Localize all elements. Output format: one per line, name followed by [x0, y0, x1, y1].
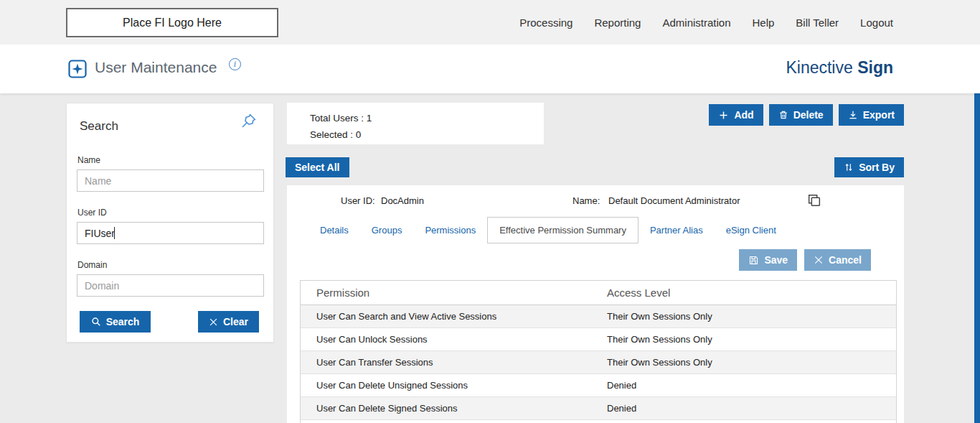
column-header-permission: Permission	[301, 287, 607, 299]
table-row[interactable]: User Can Unlock Sessions Their Own Sessi…	[301, 328, 896, 351]
cancel-button[interactable]: Cancel	[804, 249, 871, 271]
search-icon	[91, 317, 101, 327]
clear-button[interactable]: Clear	[198, 311, 259, 333]
brand-second: Sign	[857, 58, 893, 77]
summary-box: Total Users : 1 Selected : 0	[287, 103, 544, 144]
tab-partner-alias[interactable]: Partner Alias	[639, 218, 715, 243]
table-row[interactable]: User Can Delete Unsigned Sessions Denied	[301, 374, 896, 397]
permission-cell: User Can Transfer Sessions	[301, 357, 607, 368]
user-detail-tabs: Details Groups Permissions Effective Per…	[308, 217, 788, 243]
permission-cell: User Can Delete Unsigned Sessions	[301, 380, 607, 391]
top-bar: Place FI Logo Here Processing Reporting …	[0, 0, 980, 45]
page-header: User Maintenance i Kinective Sign	[0, 45, 980, 93]
search-panel: Search Name User ID Domain Sea	[66, 103, 274, 343]
user-id-value: DocAdmin	[381, 195, 424, 206]
domain-input[interactable]	[77, 274, 264, 297]
user-id-field-label: User ID	[77, 208, 107, 218]
tab-esign-client[interactable]: eSign Client	[715, 218, 788, 243]
permission-cell: User Can Delete Signed Sessions	[301, 403, 607, 414]
access-level-cell: Denied	[607, 403, 896, 414]
table-row-partial	[301, 420, 896, 423]
top-navigation: Processing Reporting Administration Help…	[519, 0, 893, 45]
user-detail-panel: User ID: DocAdmin Name: Default Document…	[287, 185, 904, 423]
user-name-value: Default Document Administrator	[608, 195, 740, 206]
access-level-cell: Denied	[607, 380, 896, 391]
toolbar-actions: Add Delete Export	[709, 104, 904, 126]
delete-button[interactable]: Delete	[769, 104, 833, 126]
copy-icon[interactable]	[806, 192, 822, 211]
select-all-button[interactable]: Select All	[286, 157, 349, 177]
main-area: Search Name User ID Domain Sea	[0, 93, 980, 423]
search-button[interactable]: Search	[80, 311, 151, 333]
export-button[interactable]: Export	[839, 104, 904, 126]
tab-permissions[interactable]: Permissions	[413, 218, 487, 243]
add-button[interactable]: Add	[709, 104, 763, 126]
user-maintenance-app-icon	[68, 60, 87, 81]
brand-logo: Kinective Sign	[786, 58, 893, 78]
table-row[interactable]: User Can Transfer Sessions Their Own Ses…	[301, 351, 896, 374]
info-icon[interactable]: i	[229, 58, 241, 70]
nav-item-processing[interactable]: Processing	[519, 17, 573, 29]
name-input[interactable]	[77, 169, 264, 192]
column-header-access-level: Access Level	[607, 287, 896, 299]
sort-by-button[interactable]: Sort By	[834, 157, 904, 177]
trash-icon	[778, 110, 788, 120]
name-field-label: Name	[77, 155, 100, 165]
access-level-cell: Their Own Sessions Only	[607, 311, 896, 322]
text-caret	[114, 227, 115, 239]
nav-item-reporting[interactable]: Reporting	[594, 17, 641, 29]
search-panel-title: Search	[80, 119, 118, 134]
table-row[interactable]: User Can Search and View Active Sessions…	[301, 305, 896, 328]
cancel-x-icon	[814, 255, 824, 265]
nav-item-user-bill-teller[interactable]: Bill Teller	[796, 17, 839, 29]
user-name-label: Name:	[573, 195, 600, 206]
download-icon	[848, 110, 858, 120]
vertical-scrollbar[interactable]	[974, 93, 980, 423]
fi-logo-placeholder: Place FI Logo Here	[66, 8, 278, 37]
permission-cell: User Can Search and View Active Sessions	[301, 311, 607, 322]
permissions-table: Permission Access Level User Can Search …	[300, 280, 897, 423]
page-title: User Maintenance	[95, 59, 217, 76]
save-icon	[748, 255, 759, 266]
tab-effective-permission-summary[interactable]: Effective Permission Summary	[487, 217, 639, 243]
table-row[interactable]: User Can Delete Signed Sessions Denied	[301, 397, 896, 420]
total-users-count: Total Users : 1	[310, 110, 544, 126]
brand-first: Kinective	[786, 58, 852, 77]
selected-count: Selected : 0	[310, 126, 544, 143]
user-id-input[interactable]	[77, 222, 264, 244]
table-header-row: Permission Access Level	[301, 281, 896, 305]
tab-groups[interactable]: Groups	[360, 218, 414, 243]
plus-icon	[718, 110, 729, 121]
pin-icon[interactable]	[240, 112, 258, 132]
permission-cell: User Can Unlock Sessions	[301, 334, 607, 345]
panel-actions: Save Cancel	[739, 249, 871, 271]
access-level-cell: Their Own Sessions Only	[607, 357, 896, 368]
access-level-cell: Their Own Sessions Only	[607, 334, 896, 345]
nav-item-logout[interactable]: Logout	[860, 17, 893, 29]
domain-field-label: Domain	[77, 260, 107, 270]
nav-item-help[interactable]: Help	[753, 17, 775, 29]
user-id-label: User ID:	[341, 195, 375, 206]
tab-details[interactable]: Details	[308, 218, 360, 243]
sort-icon	[844, 162, 854, 172]
clear-x-icon	[209, 317, 218, 327]
nav-item-administration[interactable]: Administration	[662, 17, 730, 29]
save-button[interactable]: Save	[739, 249, 797, 271]
